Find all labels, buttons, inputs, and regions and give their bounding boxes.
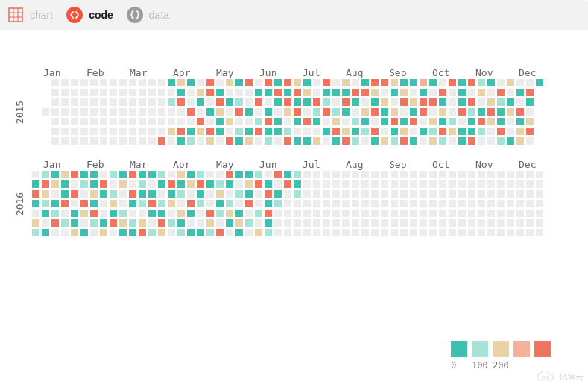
heatmap-cell[interactable] (380, 117, 389, 126)
heatmap-cell[interactable] (361, 170, 370, 179)
heatmap-cell[interactable] (70, 98, 79, 107)
heatmap-cell[interactable] (186, 199, 195, 208)
heatmap-cell[interactable] (380, 78, 389, 87)
heatmap-cell[interactable] (177, 127, 186, 136)
heatmap-cell[interactable] (177, 228, 186, 237)
heatmap-cell[interactable] (341, 107, 350, 116)
heatmap-cell[interactable] (177, 117, 186, 126)
heatmap-cell[interactable] (409, 78, 418, 87)
heatmap-cell[interactable] (167, 218, 176, 227)
heatmap-cell[interactable] (467, 107, 476, 116)
heatmap-cell[interactable] (215, 117, 224, 126)
heatmap-cell[interactable] (351, 117, 360, 126)
heatmap-cell[interactable] (496, 98, 505, 107)
heatmap-cell[interactable] (341, 189, 350, 198)
heatmap-cell[interactable] (535, 78, 544, 87)
heatmap-cell[interactable] (254, 117, 263, 126)
heatmap-cell[interactable] (516, 189, 525, 198)
heatmap-cell[interactable] (41, 209, 50, 218)
heatmap-cell[interactable] (477, 107, 486, 116)
heatmap-cell[interactable] (80, 209, 89, 218)
heatmap-cell[interactable] (60, 98, 69, 107)
heatmap-cell[interactable] (458, 209, 467, 218)
heatmap-cell[interactable] (390, 98, 399, 107)
heatmap-cell[interactable] (496, 228, 505, 237)
heatmap-cell[interactable] (370, 209, 379, 218)
heatmap-cell[interactable] (157, 107, 166, 116)
heatmap-cell[interactable] (370, 218, 379, 227)
heatmap-cell[interactable] (264, 78, 273, 87)
heatmap-cell[interactable] (303, 228, 312, 237)
heatmap-cell[interactable] (186, 228, 195, 237)
heatmap-cell[interactable] (361, 209, 370, 218)
heatmap-cell[interactable] (467, 228, 476, 237)
heatmap-cell[interactable] (109, 228, 118, 237)
heatmap-cell[interactable] (370, 189, 379, 198)
heatmap-cell[interactable] (206, 107, 215, 116)
heatmap-cell[interactable] (128, 189, 137, 198)
heatmap-cell[interactable] (235, 136, 244, 145)
heatmap-cell[interactable] (370, 117, 379, 126)
heatmap-cell[interactable] (516, 107, 525, 116)
heatmap-cell[interactable] (429, 228, 437, 237)
heatmap-cell[interactable] (215, 107, 224, 116)
heatmap-cell[interactable] (496, 78, 505, 87)
heatmap-cell[interactable] (283, 209, 292, 218)
heatmap-cell[interactable] (118, 209, 127, 218)
heatmap-cell[interactable] (225, 107, 234, 116)
heatmap-cell[interactable] (361, 78, 370, 87)
heatmap-cell[interactable] (138, 199, 147, 208)
heatmap-cell[interactable] (448, 117, 457, 126)
heatmap-cell[interactable] (225, 189, 234, 198)
heatmap-cell[interactable] (448, 107, 457, 116)
heatmap-cell[interactable] (419, 107, 428, 116)
heatmap-cell[interactable] (496, 189, 505, 198)
heatmap-cell[interactable] (370, 78, 379, 87)
heatmap-cell[interactable] (535, 189, 544, 198)
heatmap-cell[interactable] (370, 170, 379, 179)
heatmap-cell[interactable] (70, 189, 79, 198)
heatmap-cell[interactable] (244, 199, 253, 208)
heatmap-cell[interactable] (361, 88, 370, 97)
heatmap-cell[interactable] (332, 189, 341, 198)
heatmap-cell[interactable] (51, 199, 60, 208)
heatmap-cell[interactable] (351, 98, 360, 107)
heatmap-cell[interactable] (196, 98, 205, 107)
heatmap-cell[interactable] (274, 78, 282, 87)
heatmap-cell[interactable] (99, 78, 108, 87)
heatmap-cell[interactable] (128, 180, 137, 189)
heatmap-cell[interactable] (254, 180, 263, 189)
heatmap-cell[interactable] (467, 199, 476, 208)
heatmap-cell[interactable] (525, 98, 534, 107)
heatmap-cell[interactable] (303, 136, 312, 145)
heatmap-cell[interactable] (157, 218, 166, 227)
heatmap-cell[interactable] (419, 218, 428, 227)
heatmap-cell[interactable] (215, 180, 224, 189)
heatmap-cell[interactable] (235, 189, 244, 198)
heatmap-cell[interactable] (409, 199, 418, 208)
heatmap-cell[interactable] (351, 199, 360, 208)
heatmap-cell[interactable] (370, 180, 379, 189)
heatmap-cell[interactable] (496, 209, 505, 218)
heatmap-cell[interactable] (283, 218, 292, 227)
heatmap-cell[interactable] (380, 228, 389, 237)
heatmap-cell[interactable] (235, 209, 244, 218)
heatmap-cell[interactable] (89, 189, 98, 198)
heatmap-cell[interactable] (477, 136, 486, 145)
heatmap-cell[interactable] (419, 78, 428, 87)
heatmap-cell[interactable] (409, 218, 418, 227)
heatmap-cell[interactable] (148, 78, 157, 87)
heatmap-cell[interactable] (438, 209, 447, 218)
heatmap-cell[interactable] (244, 98, 253, 107)
heatmap-cell[interactable] (118, 180, 127, 189)
heatmap-cell[interactable] (196, 78, 205, 87)
heatmap-cell[interactable] (274, 170, 282, 179)
heatmap-cell[interactable] (31, 180, 40, 189)
heatmap-cell[interactable] (167, 180, 176, 189)
heatmap-cell[interactable] (312, 117, 321, 126)
heatmap-cell[interactable] (51, 189, 60, 198)
heatmap-cell[interactable] (409, 136, 418, 145)
heatmap-cell[interactable] (380, 170, 389, 179)
heatmap-cell[interactable] (516, 127, 525, 136)
heatmap-cell[interactable] (177, 107, 186, 116)
